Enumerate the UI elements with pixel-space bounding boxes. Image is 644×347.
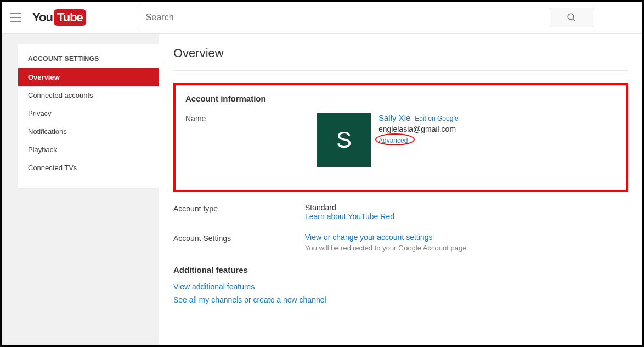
account-settings-note: You will be redirected to your Google Ac… [305,244,628,252]
see-all-channels-link[interactable]: See all my channels or create a new chan… [173,295,628,304]
logo-text-you: You [32,10,53,25]
account-settings-label: Account Settings [173,233,305,243]
row-name: Name S Sally Xie Edit on Google englelas… [185,113,616,167]
avatar[interactable]: S [317,113,371,167]
sidebar-item-notifications[interactable]: Notifications [18,122,159,141]
youtube-logo[interactable]: YouTube [32,9,86,26]
search-wrap [139,8,594,27]
menu-icon[interactable] [9,11,22,24]
sidebar-item-overview[interactable]: Overview [18,68,159,86]
advanced-link[interactable]: Advanced [379,137,408,144]
sidebar-item-privacy[interactable]: Privacy [18,104,159,122]
search-input[interactable] [139,8,550,27]
row-account-type: Account type Standard Learn about YouTub… [173,203,628,221]
account-type-label: Account type [173,203,305,213]
view-additional-features-link[interactable]: View additional features [173,282,628,291]
user-email: englelasia@gmail.com [379,125,459,133]
sidebar-item-connected-tvs[interactable]: Connected TVs [18,159,159,177]
account-type-value: Standard Learn about YouTube Red [305,203,628,221]
account-info-highlight: Account information Name S Sally Xie Edi… [173,83,628,192]
user-name: Sally Xie [379,113,410,122]
title-divider [173,70,628,71]
user-name-line: Sally Xie Edit on Google [379,113,459,122]
svg-point-0 [568,14,574,20]
account-settings-value: View or change your account settings You… [305,233,628,252]
sidebar-item-playback[interactable]: Playback [18,141,159,159]
name-info: Sally Xie Edit on Google englelasia@gmai… [379,113,459,144]
sidebar-card: ACCOUNT SETTINGS Overview Connected acco… [18,44,159,188]
sidebar-heading: ACCOUNT SETTINGS [18,52,159,68]
app-frame: YouTube ACCOUNT SETTINGS Overview Connec… [0,0,644,347]
account-info-heading: Account information [185,94,616,103]
advanced-wrap: Advanced [379,136,459,144]
youtube-red-link[interactable]: Learn about YouTube Red [305,212,628,221]
name-value: S Sally Xie Edit on Google englelasia@gm… [317,113,616,167]
account-settings-link[interactable]: View or change your account settings [305,233,628,242]
sidebar-item-connected-accounts[interactable]: Connected accounts [18,86,159,104]
additional-features: Additional features View additional feat… [173,265,628,304]
search-icon [567,13,577,23]
top-bar: YouTube [2,2,642,33]
name-label: Name [185,113,317,123]
additional-features-heading: Additional features [173,265,628,275]
page-title: Overview [173,46,628,60]
svg-line-1 [573,19,576,21]
sidebar: ACCOUNT SETTINGS Overview Connected acco… [2,34,150,347]
edit-on-google-link[interactable]: Edit on Google [415,115,458,122]
search-button[interactable] [550,8,594,27]
row-account-settings: Account Settings View or change your acc… [173,233,628,252]
logo-text-tube: Tube [54,9,86,26]
account-type-text: Standard [305,203,628,212]
body: ACCOUNT SETTINGS Overview Connected acco… [2,34,642,347]
main-content: Overview Account information Name S Sall… [159,34,642,347]
